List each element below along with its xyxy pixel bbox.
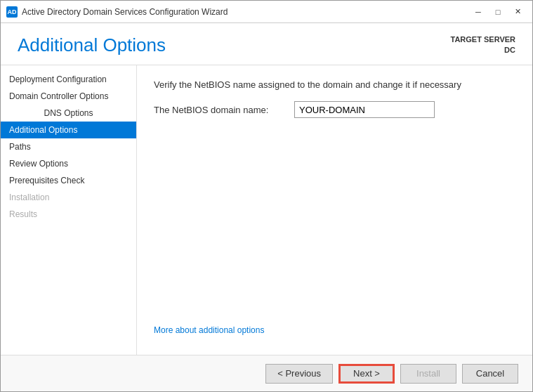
- target-server: TARGET SERVER DC: [451, 34, 516, 56]
- install-button[interactable]: Install: [400, 364, 456, 384]
- page-title: Additional Options: [18, 34, 166, 56]
- sidebar-item-installation: Installation: [1, 189, 136, 206]
- app-icon: AD: [6, 6, 18, 18]
- sidebar: Deployment Configuration Domain Controll…: [1, 65, 137, 355]
- minimize-button[interactable]: ─: [469, 5, 487, 19]
- sidebar-item-dns-options[interactable]: DNS Options: [1, 105, 136, 122]
- sidebar-item-prerequisites[interactable]: Prerequisites Check: [1, 172, 136, 189]
- previous-button[interactable]: < Previous: [265, 364, 333, 384]
- netbios-input[interactable]: [294, 101, 435, 118]
- verify-text: Verify the NetBIOS name assigned to the …: [154, 79, 515, 90]
- sidebar-item-deployment[interactable]: Deployment Configuration: [1, 71, 136, 88]
- maximize-button[interactable]: □: [489, 5, 507, 19]
- cancel-button[interactable]: Cancel: [462, 364, 518, 384]
- window-title: Active Directory Domain Services Configu…: [22, 7, 469, 17]
- sidebar-item-results: Results: [1, 206, 136, 223]
- target-server-value: DC: [451, 45, 516, 55]
- sidebar-item-review-options[interactable]: Review Options: [1, 155, 136, 172]
- content-area: Deployment Configuration Domain Controll…: [1, 65, 532, 355]
- sidebar-item-dc-options[interactable]: Domain Controller Options: [1, 88, 136, 105]
- more-link[interactable]: More about additional options: [154, 325, 515, 335]
- title-bar: AD Active Directory Domain Services Conf…: [1, 1, 532, 23]
- main-content: Verify the NetBIOS name assigned to the …: [137, 65, 532, 355]
- netbios-label: The NetBIOS domain name:: [154, 105, 294, 115]
- main-window: AD Active Directory Domain Services Conf…: [0, 0, 533, 392]
- window-controls: ─ □ ✕: [469, 5, 527, 19]
- header: Additional Options TARGET SERVER DC: [1, 23, 532, 65]
- next-button[interactable]: Next >: [338, 364, 395, 384]
- sidebar-item-paths[interactable]: Paths: [1, 138, 136, 155]
- close-button[interactable]: ✕: [508, 5, 527, 19]
- target-server-label: TARGET SERVER: [451, 34, 516, 45]
- footer: < Previous Next > Install Cancel: [1, 355, 532, 391]
- sidebar-item-additional-options[interactable]: Additional Options: [1, 122, 136, 138]
- netbios-field-row: The NetBIOS domain name:: [154, 101, 515, 118]
